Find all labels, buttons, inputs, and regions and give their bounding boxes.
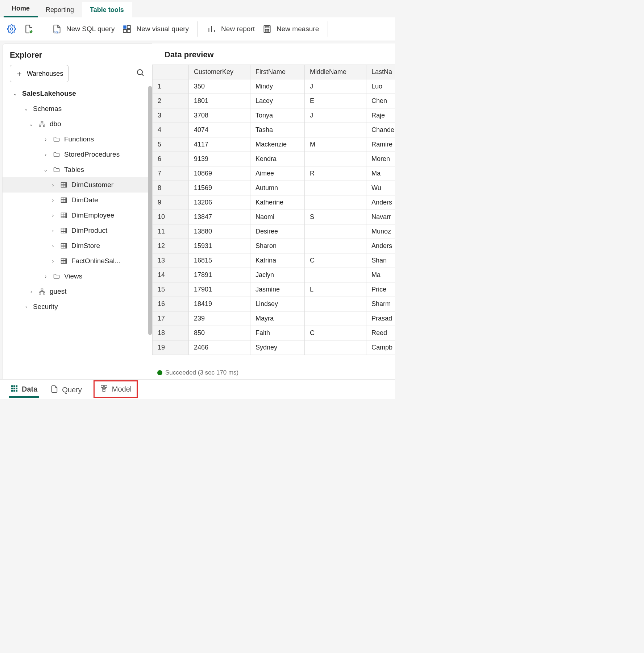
cell[interactable]: Sharon	[250, 239, 305, 253]
new-visual-query-button[interactable]: New visual query	[122, 24, 189, 34]
cell[interactable]: Munoz	[366, 224, 395, 239]
table-row[interactable]: 710869AimeeRMa	[153, 166, 395, 181]
cell[interactable]: J	[305, 79, 366, 94]
cell[interactable]: Sydney	[250, 340, 305, 355]
cell[interactable]: Wu	[366, 181, 395, 195]
ribbon-tab-table-tools[interactable]: Table tools	[82, 2, 132, 17]
cell[interactable]: R	[305, 166, 366, 181]
tree-dbo[interactable]: ⌄ dbo	[3, 116, 152, 132]
cell[interactable]: Lacey	[250, 94, 305, 108]
new-report-button[interactable]: New report	[207, 24, 255, 34]
cell[interactable]	[305, 311, 366, 326]
cell[interactable]: Ramire	[366, 137, 395, 152]
table-row[interactable]: 21801LaceyEChen	[153, 94, 395, 108]
tree-table-item[interactable]: ›DimEmployee	[3, 208, 152, 223]
tree-tables[interactable]: ⌄ Tables	[3, 162, 152, 177]
table-row[interactable]: 1517901JasmineLPrice	[153, 282, 395, 297]
cell[interactable]: Chen	[366, 94, 395, 108]
cell[interactable]: Tonya	[250, 108, 305, 123]
cell[interactable]: L	[305, 282, 366, 297]
tree-table-item[interactable]: ›DimProduct	[3, 223, 152, 238]
cell[interactable]	[305, 224, 366, 239]
table-row[interactable]: 1113880DesireeMunoz	[153, 224, 395, 239]
cell[interactable]: 17891	[189, 268, 250, 282]
bottom-tab-model[interactable]: Model	[98, 382, 133, 396]
cell[interactable]: S	[305, 210, 366, 224]
table-row[interactable]: 1215931SharonAnders	[153, 239, 395, 253]
cell[interactable]	[305, 340, 366, 355]
cell[interactable]: 13206	[189, 195, 250, 210]
cell[interactable]: Mindy	[250, 79, 305, 94]
cell[interactable]: 9139	[189, 152, 250, 166]
cell[interactable]: Jaclyn	[250, 268, 305, 282]
table-row[interactable]: 913206KatherineAnders	[153, 195, 395, 210]
cell[interactable]: 17901	[189, 282, 250, 297]
cell[interactable]: 13880	[189, 224, 250, 239]
cell[interactable]: Chande	[366, 123, 395, 137]
cell[interactable]	[305, 195, 366, 210]
gear-icon[interactable]	[7, 24, 17, 34]
cell[interactable]: Price	[366, 282, 395, 297]
cell[interactable]: Tasha	[250, 123, 305, 137]
cell[interactable]: Faith	[250, 326, 305, 340]
cell[interactable]: J	[305, 108, 366, 123]
bottom-tab-query[interactable]: Query	[49, 381, 83, 397]
cell[interactable]: Reed	[366, 326, 395, 340]
cell[interactable]: Campb	[366, 340, 395, 355]
cell[interactable]: Sharm	[366, 297, 395, 311]
tree-schemas[interactable]: ⌄ Schemas	[3, 101, 152, 116]
cell[interactable]: 11569	[189, 181, 250, 195]
table-row[interactable]: 54117MackenzieMRamire	[153, 137, 395, 152]
cell[interactable]	[305, 239, 366, 253]
cell[interactable]: 10869	[189, 166, 250, 181]
tree-table-item[interactable]: ›DimDate	[3, 193, 152, 208]
table-row[interactable]: 18850FaithCReed	[153, 326, 395, 340]
cell[interactable]: M	[305, 137, 366, 152]
cell[interactable]: Katrina	[250, 253, 305, 268]
tree-storedprocs[interactable]: › StoredProcedures	[3, 147, 152, 162]
bottom-tab-data[interactable]: Data	[9, 381, 39, 398]
scrollbar[interactable]	[148, 86, 152, 379]
cell[interactable]: Katherine	[250, 195, 305, 210]
cell[interactable]	[305, 181, 366, 195]
cell[interactable]: 4074	[189, 123, 250, 137]
table-row[interactable]: 17239MayraPrasad	[153, 311, 395, 326]
cell[interactable]: Shan	[366, 253, 395, 268]
refresh-icon[interactable]	[24, 24, 34, 34]
cell[interactable]: Mayra	[250, 311, 305, 326]
column-header[interactable]: LastNa	[366, 65, 395, 79]
cell[interactable]: Raje	[366, 108, 395, 123]
column-header[interactable]: CustomerKey	[189, 65, 250, 79]
tree-security[interactable]: › Security	[3, 299, 152, 314]
tree-views[interactable]: › Views	[3, 269, 152, 284]
cell[interactable]: Autumn	[250, 181, 305, 195]
cell[interactable]: Desiree	[250, 224, 305, 239]
cell[interactable]	[305, 297, 366, 311]
cell[interactable]: Ma	[366, 166, 395, 181]
cell[interactable]: Prasad	[366, 311, 395, 326]
cell[interactable]: Anders	[366, 195, 395, 210]
table-row[interactable]: 33708TonyaJRaje	[153, 108, 395, 123]
cell[interactable]: Mackenzie	[250, 137, 305, 152]
cell[interactable]: Moren	[366, 152, 395, 166]
table-row[interactable]: 192466SydneyCampb	[153, 340, 395, 355]
cell[interactable]: 16815	[189, 253, 250, 268]
cell[interactable]: 850	[189, 326, 250, 340]
tree-functions[interactable]: › Functions	[3, 132, 152, 147]
cell[interactable]: Luo	[366, 79, 395, 94]
table-row[interactable]: 1417891JaclynMa	[153, 268, 395, 282]
cell[interactable]: 18419	[189, 297, 250, 311]
table-row[interactable]: 1316815KatrinaCShan	[153, 253, 395, 268]
cell[interactable]	[305, 123, 366, 137]
grid-wrap[interactable]: CustomerKeyFirstNameMiddleNameLastNa 135…	[152, 65, 395, 366]
cell[interactable]: Naomi	[250, 210, 305, 224]
cell[interactable]	[305, 268, 366, 282]
column-header[interactable]: FirstName	[250, 65, 305, 79]
cell[interactable]: 2466	[189, 340, 250, 355]
ribbon-tab-home[interactable]: Home	[4, 0, 38, 17]
cell[interactable]	[305, 152, 366, 166]
column-header[interactable]: MiddleName	[305, 65, 366, 79]
cell[interactable]: E	[305, 94, 366, 108]
cell[interactable]: Aimee	[250, 166, 305, 181]
cell[interactable]: Anders	[366, 239, 395, 253]
